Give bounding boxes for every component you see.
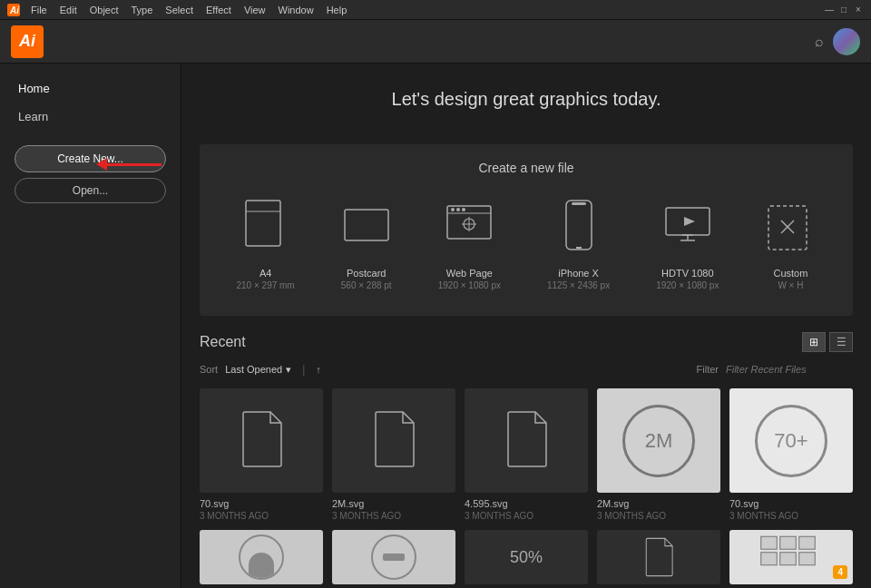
template-webpage-size: 1920 × 1080 px	[438, 280, 501, 290]
file-name-2: 4.595.svg	[465, 498, 588, 509]
template-webpage[interactable]: Web Page 1920 × 1080 px	[431, 191, 508, 298]
sort-label: Sort	[200, 364, 218, 375]
template-hdtv-icon	[662, 199, 713, 260]
file-thumb-8	[597, 530, 720, 584]
view-toggle: ⊞ ☰	[802, 332, 853, 352]
template-grid: A4 210 × 297 mm Postcard 560 × 288 pt	[218, 191, 835, 298]
file-thumb-3: 2M	[597, 388, 720, 493]
file-thumb-2	[465, 388, 588, 493]
avatar[interactable]	[833, 28, 860, 55]
file-card-1[interactable]: 2M.svg 3 MONTHS AGO	[332, 388, 455, 521]
template-webpage-name: Web Page	[446, 268, 493, 279]
menu-window[interactable]: Window	[273, 3, 319, 17]
sidebar-item-home[interactable]: Home	[0, 74, 181, 103]
menu-effect[interactable]: Effect	[201, 3, 237, 17]
window-controls: — □ ×	[824, 5, 864, 15]
appbar-right: ⌕	[815, 28, 860, 55]
recent-title: Recent	[200, 334, 246, 350]
template-iphonex-name: iPhone X	[558, 268, 599, 279]
menu-file[interactable]: File	[25, 3, 53, 17]
menu-bar: File Edit Object Type Select Effect View…	[25, 3, 352, 17]
template-postcard[interactable]: Postcard 560 × 288 pt	[334, 191, 399, 298]
main-layout: Home Learn Create New... Open... Let's d…	[0, 64, 871, 588]
file-card-0[interactable]: 70.svg 3 MONTHS AGO	[200, 388, 323, 521]
appbar: Ai ⌕	[0, 20, 871, 64]
sort-order-button[interactable]: ↑	[316, 364, 321, 375]
search-icon[interactable]: ⌕	[815, 34, 824, 50]
sidebar: Home Learn Create New... Open...	[0, 64, 181, 588]
file-card-5[interactable]	[200, 530, 323, 584]
create-new-button[interactable]: Create New...	[15, 145, 166, 172]
file-card-8[interactable]	[597, 530, 720, 584]
menu-select[interactable]: Select	[160, 3, 199, 17]
file-thumb-0	[200, 388, 323, 493]
template-a4-size: 210 × 297 mm	[237, 280, 295, 290]
list-view-button[interactable]: ☰	[829, 332, 853, 352]
template-iphonex-size: 1125 × 2436 px	[547, 280, 610, 290]
svg-rect-26	[799, 536, 816, 549]
file-date-3: 3 MONTHS AGO	[597, 511, 720, 521]
file-name-3: 2M.svg	[597, 498, 720, 509]
illustrator-logo: Ai	[11, 25, 44, 58]
svg-rect-24	[761, 536, 778, 549]
titlebar-left: Ai File Edit Object Type Select Effect V…	[7, 3, 352, 17]
menu-object[interactable]: Object	[84, 3, 124, 17]
menu-type[interactable]: Type	[126, 3, 159, 17]
create-panel: Create a new file A4 210 × 297 mm	[200, 144, 853, 316]
template-webpage-icon	[444, 199, 494, 260]
filter-input[interactable]	[726, 364, 853, 375]
template-custom[interactable]: Custom W × H	[758, 191, 823, 298]
template-postcard-name: Postcard	[347, 268, 386, 279]
menu-help[interactable]: Help	[321, 3, 353, 17]
template-hdtv-size: 1920 × 1080 px	[656, 280, 719, 290]
file-date-1: 3 MONTHS AGO	[332, 511, 455, 521]
file-thumb-1	[332, 388, 455, 493]
file-thumb-4: 70+	[729, 388, 853, 493]
template-hdtv[interactable]: HDTV 1080 1920 × 1080 px	[649, 191, 726, 298]
file-doc-icon-0	[238, 410, 285, 471]
create-panel-title: Create a new file	[218, 161, 835, 175]
template-hdtv-name: HDTV 1080	[661, 268, 713, 279]
grid-view-button[interactable]: ⊞	[802, 332, 826, 352]
svg-point-9	[462, 208, 465, 211]
file-card-7[interactable]: 50%	[465, 530, 588, 584]
template-a4[interactable]: A4 210 × 297 mm	[230, 191, 302, 298]
maximize-button[interactable]: □	[838, 5, 849, 15]
hero-section: Let's design great graphics today.	[181, 64, 871, 144]
file-date-0: 3 MONTHS AGO	[200, 511, 323, 521]
template-postcard-size: 560 × 288 pt	[341, 280, 392, 290]
file-name-4: 70.svg	[729, 498, 853, 509]
file-card-6[interactable]	[332, 530, 455, 584]
template-iphonex[interactable]: iPhone X 1125 × 2436 px	[540, 191, 617, 298]
file-date-2: 3 MONTHS AGO	[465, 511, 588, 521]
template-a4-name: A4	[259, 268, 271, 279]
filter-label: Filter	[697, 364, 719, 375]
svg-rect-2	[246, 201, 280, 246]
close-button[interactable]: ×	[853, 5, 864, 15]
svg-point-8	[456, 208, 460, 211]
file-card-4[interactable]: 70+ 70.svg 3 MONTHS AGO	[729, 388, 853, 521]
file-card-2[interactable]: 4.595.svg 3 MONTHS AGO	[465, 388, 588, 521]
template-postcard-icon	[341, 199, 392, 260]
menu-edit[interactable]: Edit	[54, 3, 83, 17]
circle-thumb-4: 70+	[755, 405, 827, 477]
file-card-9[interactable]: 4	[729, 530, 853, 584]
svg-point-7	[451, 208, 455, 211]
minimize-button[interactable]: —	[824, 5, 835, 15]
badge-4: 4	[833, 565, 847, 579]
open-button[interactable]: Open...	[15, 178, 166, 203]
template-iphonex-icon	[553, 199, 604, 260]
file-name-1: 2M.svg	[332, 498, 455, 509]
sort-select[interactable]: Last Opened ▾	[225, 364, 291, 376]
svg-text:Ai: Ai	[9, 5, 19, 15]
file-card-3[interactable]: 2M 2M.svg 3 MONTHS AGO	[597, 388, 720, 521]
svg-rect-13	[566, 201, 592, 250]
svg-marker-17	[684, 217, 695, 226]
sidebar-item-learn[interactable]: Learn	[0, 103, 181, 131]
file-name-0: 70.svg	[200, 498, 323, 509]
menu-view[interactable]: View	[239, 3, 271, 17]
svg-rect-4	[345, 210, 388, 240]
file-doc-icon-1	[370, 410, 417, 471]
content-area: Let's design great graphics today. Creat…	[181, 64, 871, 588]
template-custom-icon	[765, 199, 816, 260]
